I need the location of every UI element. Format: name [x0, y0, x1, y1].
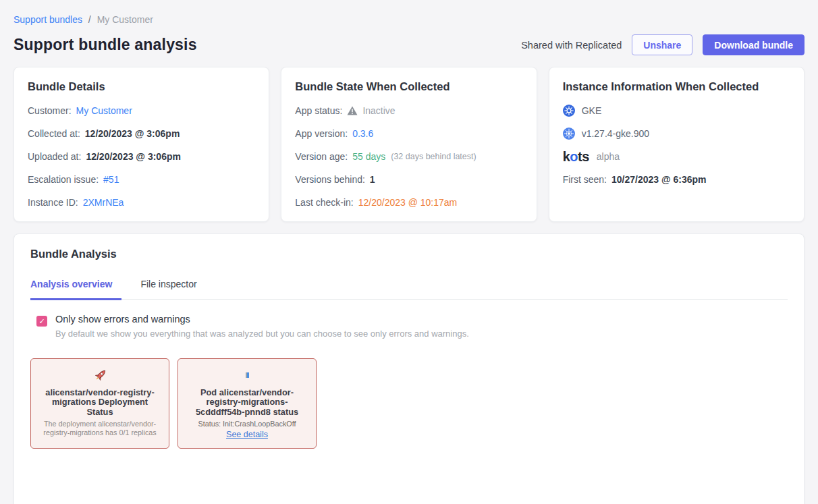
app-version-link[interactable]: 0.3.6 — [352, 128, 373, 140]
uploaded-at-label: Uploaded at: — [28, 150, 81, 163]
instance-id-row: Instance ID: 2XMrNEa — [28, 196, 255, 208]
pod-icon — [187, 366, 307, 384]
finding-deployment-status: alicenstar/vendor-registry-migrations De… — [30, 358, 169, 449]
tab-file-inspector[interactable]: File inspector — [140, 279, 206, 299]
customer-row: Customer: My Customer — [28, 105, 255, 117]
rocket-icon — [40, 366, 160, 384]
uploaded-at-row: Uploaded at: 12/20/2023 @ 3:06pm — [28, 150, 255, 163]
version-age-note: (32 days behind latest) — [391, 150, 476, 163]
bundle-details-card: Bundle Details Customer: My Customer Col… — [13, 67, 269, 222]
finding-status: Status: Init:CrashLoopBackOff — [187, 420, 307, 428]
escalation-issue-label: Escalation issue: — [28, 173, 99, 186]
info-cards-row: Bundle Details Customer: My Customer Col… — [13, 67, 805, 222]
collected-at-value: 12/20/2023 @ 3:06pm — [85, 128, 180, 140]
page-title: Support bundle analysis — [13, 36, 197, 54]
escalation-issue-row: Escalation issue: #51 — [28, 173, 255, 186]
bundle-analysis-title: Bundle Analysis — [30, 248, 788, 260]
distribution-value: GKE — [582, 105, 602, 117]
kots-logo: kots — [563, 150, 589, 163]
finding-pod-status: Pod alicenstar/vendor-registry-migration… — [178, 358, 317, 449]
bundle-state-card: Bundle State When Collected App status: … — [281, 67, 537, 222]
collected-at-row: Collected at: 12/20/2023 @ 3:06pm — [28, 128, 255, 140]
app-status-row: App status: Inactive — [295, 105, 522, 117]
versions-behind-value: 1 — [370, 173, 375, 186]
first-seen-row: First seen: 10/27/2023 @ 6:36pm — [563, 173, 790, 186]
kots-logo-o: o — [570, 149, 578, 164]
breadcrumb-separator: / — [88, 14, 91, 25]
customer-label: Customer: — [28, 105, 72, 117]
customer-link[interactable]: My Customer — [76, 105, 132, 117]
last-checkin-value: 12/20/2023 @ 10:17am — [358, 196, 458, 208]
bundle-details-title: Bundle Details — [28, 80, 255, 93]
versions-behind-label: Versions behind: — [295, 173, 365, 186]
instance-info-title: Instance Information When Collected — [563, 80, 790, 93]
instance-id-label: Instance ID: — [28, 196, 78, 208]
last-checkin-row: Last check-in: 12/20/2023 @ 10:17am — [295, 196, 522, 208]
versions-behind-row: Versions behind: 1 — [295, 173, 522, 186]
bundle-state-title: Bundle State When Collected — [295, 80, 522, 93]
finding-title: Pod alicenstar/vendor-registry-migration… — [187, 388, 307, 417]
first-seen-value: 10/27/2023 @ 6:36pm — [611, 173, 707, 186]
gke-distribution-icon — [563, 105, 575, 117]
filter-label: Only show errors and warnings — [55, 314, 469, 325]
finding-message: The deployment alicenstar/vendor-registr… — [40, 420, 160, 437]
see-details-link[interactable]: See details — [226, 430, 268, 439]
breadcrumb: Support bundles / My Customer — [13, 0, 805, 25]
errors-warnings-filter: Only show errors and warnings By default… — [30, 314, 788, 339]
only-errors-checkbox[interactable] — [36, 316, 47, 327]
k8s-version-row: v1.27.4-gke.900 — [563, 128, 790, 140]
distribution-row: GKE — [563, 105, 790, 117]
header-actions: Shared with Replicated Unshare Download … — [521, 34, 805, 55]
app-status-label: App status: — [295, 105, 342, 117]
analysis-tabs: Analysis overview File inspector — [30, 279, 788, 300]
instance-id-link[interactable]: 2XMrNEa — [83, 196, 124, 208]
breadcrumb-current: My Customer — [97, 14, 153, 25]
version-age-row: Version age: 55 days (32 days behind lat… — [295, 150, 522, 163]
app-status-value: Inactive — [362, 105, 395, 117]
tab-analysis-overview[interactable]: Analysis overview — [30, 279, 121, 300]
bundle-analysis-card: Bundle Analysis Analysis overview File i… — [13, 233, 805, 504]
first-seen-label: First seen: — [563, 173, 607, 186]
k8s-version-value: v1.27.4-gke.900 — [582, 128, 649, 140]
shared-with-replicated-note: Shared with Replicated — [521, 40, 622, 51]
version-age-label: Version age: — [295, 150, 348, 163]
last-checkin-label: Last check-in: — [295, 196, 353, 208]
collected-at-label: Collected at: — [28, 128, 80, 140]
page-header: Support bundle analysis Shared with Repl… — [13, 34, 805, 55]
filter-description: By default we show you everything that w… — [55, 329, 469, 339]
uploaded-at-value: 12/20/2023 @ 3:06pm — [86, 150, 181, 163]
unshare-button[interactable]: Unshare — [632, 34, 692, 55]
support-bundle-analysis-page: Support bundles / My Customer Support bu… — [0, 0, 818, 504]
analysis-findings: alicenstar/vendor-registry-migrations De… — [30, 358, 788, 449]
app-version-label: App version: — [295, 128, 348, 140]
kots-version-value: alpha — [597, 150, 620, 163]
finding-title: alicenstar/vendor-registry-migrations De… — [40, 388, 160, 417]
warning-triangle-icon — [347, 106, 358, 115]
app-version-row: App version: 0.3.6 — [295, 128, 522, 140]
instance-info-card: Instance Information When Collected GKE … — [549, 67, 805, 222]
breadcrumb-support-bundles-link[interactable]: Support bundles — [13, 14, 82, 25]
version-age-value: 55 days — [352, 150, 385, 163]
escalation-issue-link[interactable]: #51 — [103, 173, 119, 186]
kots-row: kots alpha — [563, 150, 790, 163]
kubernetes-icon — [563, 128, 575, 140]
download-bundle-button[interactable]: Download bundle — [703, 34, 805, 55]
